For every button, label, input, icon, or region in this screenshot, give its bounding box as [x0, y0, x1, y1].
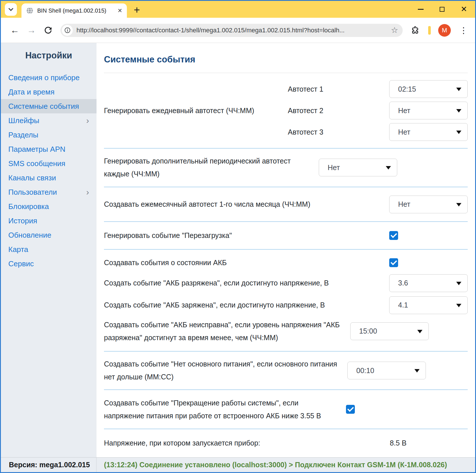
autotest2-select[interactable]: Нет	[389, 102, 468, 119]
sidebar-item-history[interactable]: История	[1, 214, 97, 228]
sidebar-item-device-info[interactable]: Сведения о приборе	[1, 70, 97, 85]
mains-loss-label: Создавать событие "Нет основного питания…	[104, 358, 347, 383]
battery-charged-label: Создать событие "АКБ заряжена", если дос…	[104, 299, 389, 312]
sidebar-item-partitions[interactable]: Разделы	[1, 128, 97, 142]
battery-faulty-row: Создавать событие "АКБ неисправна", если…	[104, 318, 468, 344]
startup-voltage-label: Напряжение, при котором запускается приб…	[104, 437, 389, 450]
chevron-right-icon: ›	[86, 185, 89, 199]
autotest1-item: Автотест 1 02:15	[288, 80, 468, 98]
globe-favicon-icon	[26, 7, 34, 14]
battery-discharged-select[interactable]: 3.6	[389, 274, 468, 292]
sidebar-item-update[interactable]: Обновление	[1, 228, 97, 242]
browser-window: BIN Shell (mega1.002.015) ✕ + ✕ ← →	[0, 0, 476, 473]
autotest3-label: Автотест 3	[288, 128, 389, 136]
page-body: Настройки Сведения о приборе Дата и врем…	[1, 43, 475, 457]
url-text[interactable]: http://localhost:9999//contact/contact-1…	[76, 27, 388, 34]
daily-autotest-controls: Автотест 1 02:15 Автотест 2 Нет Автотест…	[288, 80, 468, 141]
autotest1-label: Автотест 1	[288, 85, 389, 93]
battery-events-group: Создавать события о состоянии АКБ Создат…	[104, 250, 468, 351]
extensions-puzzle-icon[interactable]	[411, 26, 420, 35]
periodic-autotest-label: Генерировать дополнительный периодически…	[104, 155, 319, 180]
sidebar-item-sms[interactable]: SMS сообщения	[1, 156, 97, 171]
autotest3-select[interactable]: Нет	[389, 123, 468, 141]
autotest2-item: Автотест 2 Нет	[288, 102, 468, 119]
battery-events-checkbox[interactable]	[389, 258, 398, 267]
system-shutdown-checkbox[interactable]	[346, 405, 355, 414]
chevron-down-icon	[9, 6, 13, 11]
system-shutdown-row: Создавать событие "Прекращение работы си…	[104, 390, 468, 429]
autotest2-label: Автотест 2	[288, 107, 389, 115]
sidebar-item-date-time[interactable]: Дата и время	[1, 85, 97, 99]
sidebar-item-lock[interactable]: Блокировка	[1, 199, 97, 214]
sidebar-item-loops[interactable]: Шлейфы›	[1, 113, 97, 128]
autotest3-item: Автотест 3 Нет	[288, 123, 468, 141]
system-events-panel: Системные события Генерировать ежедневны…	[97, 43, 475, 457]
connection-status: (13:12:24) Соединение установлено (local…	[97, 461, 475, 469]
version-label: Версия: mega1.002.015	[1, 458, 97, 472]
minimize-icon[interactable]	[418, 9, 424, 10]
profile-avatar[interactable]: M	[438, 24, 451, 37]
battery-events-row: Создавать события о состоянии АКБ	[104, 251, 468, 274]
tab-close-icon[interactable]: ✕	[117, 7, 122, 14]
monthly-autotest-row: Создавать ежемесячный автотест 1-го числ…	[104, 187, 468, 222]
daily-autotest-row: Генерировать ежедневный автотест (ЧЧ:ММ)…	[104, 73, 468, 148]
site-info-icon[interactable]	[62, 25, 73, 36]
bookmark-star-icon[interactable]: ☆	[391, 25, 398, 35]
page-title: Системные события	[104, 54, 468, 65]
sidebar-item-apn[interactable]: Параметры APN	[1, 142, 97, 156]
reboot-event-row: Генерировать событие "Перезагрузка"	[104, 222, 468, 249]
sidebar-item-system-events[interactable]: Системные события	[1, 99, 97, 113]
battery-discharged-row: Создать событие "АКБ разряжена", если до…	[104, 274, 468, 292]
window-controls: ✕	[418, 1, 467, 18]
battery-discharged-label: Создать событие "АКБ разряжена", если до…	[104, 277, 389, 289]
window-close-icon[interactable]: ✕	[461, 5, 467, 13]
settings-sidebar: Настройки Сведения о приборе Дата и врем…	[1, 43, 97, 457]
pinned-extension-icon[interactable]	[428, 26, 431, 35]
autotest1-select[interactable]: 02:15	[389, 80, 468, 98]
browser-toolbar: ← → http://localhost:9999//contact/conta…	[1, 18, 475, 43]
reboot-event-label: Генерировать событие "Перезагрузка"	[104, 229, 389, 242]
battery-charged-select[interactable]: 4.1	[389, 296, 468, 314]
periodic-autotest-row: Генерировать дополнительный периодически…	[104, 149, 468, 187]
status-bar: Версия: mega1.002.015 (13:12:24) Соедине…	[1, 457, 475, 472]
startup-voltage-value: 8.5 В	[389, 439, 406, 447]
sidebar-item-users[interactable]: Пользователи›	[1, 185, 97, 199]
chevron-right-icon: ›	[86, 113, 89, 128]
monthly-autotest-select[interactable]: Нет	[389, 196, 468, 213]
system-shutdown-label: Создавать событие "Прекращение работы си…	[104, 397, 346, 422]
battery-events-label: Создавать события о состоянии АКБ	[104, 256, 389, 269]
startup-voltage-row: Напряжение, при котором запускается приб…	[104, 429, 468, 457]
back-arrow-icon[interactable]: ←	[7, 25, 23, 36]
battery-faulty-select[interactable]: 15:00	[350, 322, 429, 340]
mains-loss-select[interactable]: 00:10	[347, 362, 426, 379]
tab-title: BIN Shell (mega1.002.015)	[37, 7, 115, 14]
maximize-icon[interactable]	[440, 7, 444, 12]
battery-faulty-label: Создавать событие "АКБ неисправна", если…	[104, 318, 350, 344]
address-bar[interactable]: http://localhost:9999//contact/contact-1…	[60, 24, 403, 37]
browser-titlebar: BIN Shell (mega1.002.015) ✕ + ✕	[1, 1, 475, 18]
reboot-event-checkbox[interactable]	[389, 231, 398, 240]
sidebar-title: Настройки	[1, 50, 97, 61]
periodic-autotest-select[interactable]: Нет	[319, 159, 397, 176]
new-tab-button[interactable]: +	[134, 6, 140, 14]
mains-loss-row: Создавать событие "Нет основного питания…	[104, 352, 468, 390]
battery-charged-row: Создать событие "АКБ заряжена", если дос…	[104, 296, 468, 314]
tab-search-button[interactable]	[5, 3, 17, 16]
monthly-autotest-label: Создавать ежемесячный автотест 1-го числ…	[104, 198, 389, 211]
sidebar-item-service[interactable]: Сервис	[1, 257, 97, 271]
menu-dots-icon[interactable]: ⋮	[459, 25, 468, 35]
browser-tab[interactable]: BIN Shell (mega1.002.015) ✕	[21, 3, 127, 18]
sidebar-item-channels[interactable]: Каналы связи	[1, 171, 97, 185]
reload-icon[interactable]	[40, 26, 56, 35]
sidebar-item-map[interactable]: Карта	[1, 242, 97, 257]
forward-arrow-icon[interactable]: →	[23, 25, 40, 36]
daily-autotest-label: Генерировать ежедневный автотест (ЧЧ:ММ)	[104, 104, 288, 117]
